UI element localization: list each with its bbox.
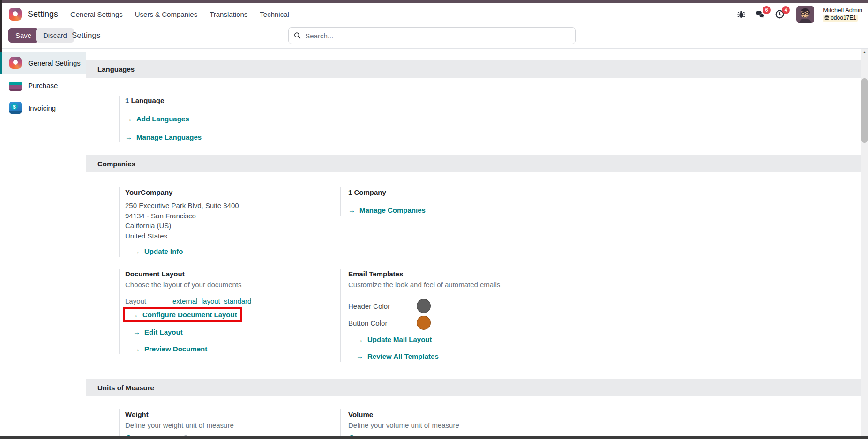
save-button[interactable]: Save xyxy=(8,28,38,43)
top-navbar: Settings General Settings Users & Compan… xyxy=(0,3,868,26)
app-title[interactable]: Settings xyxy=(28,9,58,19)
user-menu[interactable]: Mitchell Admin odoo17E1 xyxy=(823,7,862,22)
database-badge: odoo17E1 xyxy=(823,15,858,22)
menu-technical[interactable]: Technical xyxy=(260,10,289,18)
sidebar-item-label: Purchase xyxy=(28,82,58,89)
activities-clock-icon[interactable]: 4 xyxy=(774,9,785,20)
weight-desc: Define your weight unit of measure xyxy=(125,420,340,430)
settings-sidebar: General Settings Purchase $ Invoicing xyxy=(0,49,86,436)
review-all-templates-link[interactable]: →Review All Templates xyxy=(356,351,861,362)
manage-companies-link[interactable]: →Manage Companies xyxy=(348,205,861,216)
breadcrumb: Settings xyxy=(72,26,100,45)
messages-icon[interactable]: 6 xyxy=(755,9,765,20)
arrow-icon: → xyxy=(356,335,363,345)
arrow-icon: → xyxy=(125,132,132,142)
sidebar-item-general-settings[interactable]: General Settings xyxy=(0,52,86,74)
company-address-line: United States xyxy=(125,231,340,241)
debug-bug-icon[interactable] xyxy=(736,9,746,20)
app-menu: General Settings Users & Companies Trans… xyxy=(70,10,289,18)
weight-title: Weight xyxy=(125,409,340,420)
settings-content: Languages 1 Language →Add Languages →Man… xyxy=(86,49,861,436)
arrow-icon: → xyxy=(133,344,140,354)
document-layout-title: Document Layout xyxy=(125,269,340,279)
database-icon xyxy=(824,15,829,21)
section-header-units-of-measure: Units of Measure xyxy=(86,379,861,396)
database-name: odoo17E1 xyxy=(831,15,856,22)
edit-layout-link[interactable]: →Edit Layout xyxy=(133,327,340,337)
company-address-line: 250 Executive Park Blvd, Suite 3400 xyxy=(125,201,340,211)
purchase-icon xyxy=(9,82,22,91)
email-templates-box: Email Templates Customize the look and f… xyxy=(340,269,861,362)
document-layout-desc: Choose the layout of your documents xyxy=(125,280,340,290)
preview-document-link[interactable]: →Preview Document xyxy=(133,344,340,354)
menu-general-settings[interactable]: General Settings xyxy=(70,10,123,18)
messages-badge: 6 xyxy=(763,6,771,14)
search-bar[interactable] xyxy=(288,27,576,44)
button-color-label: Button Color xyxy=(348,319,417,327)
arrow-icon: → xyxy=(125,114,132,124)
sidebar-item-label: Invoicing xyxy=(28,104,56,112)
sidebar-item-label: General Settings xyxy=(28,59,81,67)
companies-count-box: 1 Company →Manage Companies xyxy=(340,187,861,216)
menu-translations[interactable]: Translations xyxy=(210,10,247,18)
volume-desc: Define your volume unit of measure xyxy=(348,420,861,430)
vertical-scrollbar[interactable]: ▲ xyxy=(861,49,868,436)
highlight-box: →Configure Document Layout xyxy=(123,307,242,322)
languages-box: 1 Language →Add Languages →Manage Langua… xyxy=(119,96,340,142)
header-color-label: Header Color xyxy=(348,302,417,310)
menu-users-companies[interactable]: Users & Companies xyxy=(135,10,197,18)
add-languages-link[interactable]: →Add Languages xyxy=(125,114,340,124)
arrow-icon: → xyxy=(348,205,355,216)
window-top-edge xyxy=(0,0,868,3)
control-panel: Save Discard Settings xyxy=(0,26,868,49)
weight-box: Weight Define your weight unit of measur… xyxy=(119,409,340,436)
arrow-icon: → xyxy=(133,246,140,257)
sidebar-item-purchase[interactable]: Purchase xyxy=(0,74,86,97)
volume-box: Volume Define your volume unit of measur… xyxy=(340,409,861,436)
update-info-link[interactable]: →Update Info xyxy=(133,246,340,257)
volume-title: Volume xyxy=(348,409,861,420)
header-color-swatch[interactable] xyxy=(417,299,431,313)
email-templates-title: Email Templates xyxy=(348,269,861,279)
layout-field-label: Layout xyxy=(125,296,172,306)
button-color-swatch[interactable] xyxy=(417,316,431,330)
email-templates-desc: Customize the look and feel of automated… xyxy=(348,280,861,290)
section-header-companies: Companies xyxy=(86,155,861,172)
configure-document-layout-link[interactable]: →Configure Document Layout xyxy=(131,310,237,320)
systray: 6 4 Mitchell Admin odoo17E1 xyxy=(736,3,862,26)
user-avatar[interactable] xyxy=(796,6,814,23)
layout-field-value[interactable]: external_layout_standard xyxy=(172,296,251,306)
general-settings-icon xyxy=(9,57,22,69)
company-name: YourCompany xyxy=(125,187,340,198)
user-name: Mitchell Admin xyxy=(823,7,862,14)
company-address-line: 94134 - San Francisco xyxy=(125,211,340,221)
arrow-icon: → xyxy=(131,310,138,320)
arrow-icon: → xyxy=(133,327,140,337)
window-left-edge xyxy=(0,0,2,52)
company-count: 1 Company xyxy=(348,187,861,198)
language-count: 1 Language xyxy=(125,96,340,106)
update-mail-layout-link[interactable]: →Update Mail Layout xyxy=(356,335,861,345)
scrollbar-thumb[interactable] xyxy=(861,78,868,143)
manage-languages-link[interactable]: →Manage Languages xyxy=(125,132,340,142)
company-box: YourCompany 250 Executive Park Blvd, Sui… xyxy=(119,187,340,257)
section-header-languages: Languages xyxy=(86,60,861,78)
odoo-logo-icon[interactable] xyxy=(9,8,22,21)
discard-button[interactable]: Discard xyxy=(36,28,74,43)
document-layout-box: Document Layout Choose the layout of you… xyxy=(119,269,340,354)
arrow-icon: → xyxy=(356,351,363,362)
search-icon xyxy=(294,32,301,39)
company-address-line: California (US) xyxy=(125,221,340,231)
scroll-up-arrow-icon[interactable]: ▲ xyxy=(861,50,868,54)
invoicing-icon: $ xyxy=(9,102,22,114)
sidebar-item-invoicing[interactable]: $ Invoicing xyxy=(0,97,86,119)
search-input[interactable] xyxy=(305,32,570,40)
window-bottom-edge xyxy=(0,436,868,439)
activities-badge: 4 xyxy=(782,6,790,14)
